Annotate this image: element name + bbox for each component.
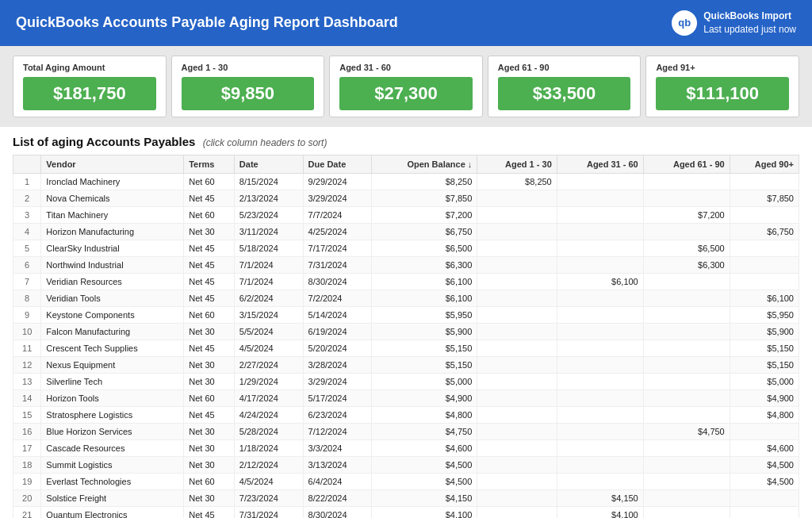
col-header-3[interactable]: Date <box>234 155 303 173</box>
cell-1: ClearSky Industrial <box>41 240 184 256</box>
cell-2: Net 45 <box>184 190 235 206</box>
cell-9: $7,850 <box>730 190 799 206</box>
cell-4: 7/12/2024 <box>303 423 372 439</box>
cell-9: $4,800 <box>730 406 799 423</box>
cell-0: 15 <box>13 406 41 423</box>
cell-9: $5,150 <box>730 340 799 356</box>
cell-6 <box>477 473 557 489</box>
cell-7: $4,100 <box>557 506 643 518</box>
cell-2: Net 45 <box>184 340 235 356</box>
cell-6: $8,250 <box>477 173 557 190</box>
cell-8 <box>643 273 730 290</box>
cell-2: Net 30 <box>184 456 235 473</box>
cell-4: 8/30/2024 <box>303 506 372 518</box>
cell-6 <box>477 340 557 356</box>
col-header-9[interactable]: Aged 90+ <box>730 155 799 173</box>
cell-3: 2/27/2024 <box>234 356 303 373</box>
col-header-6[interactable]: Aged 1 - 30 <box>477 155 557 173</box>
table-row: 15Stratosphere LogisticsNet 454/24/20246… <box>13 406 799 423</box>
cell-5: $6,300 <box>372 256 477 273</box>
table-row: 11Crescent Tech SuppliesNet 454/5/20245/… <box>13 340 799 356</box>
cell-8 <box>643 290 730 306</box>
list-title: List of aging Accounts Payables <box>13 135 195 148</box>
cell-0: 5 <box>13 240 41 256</box>
cell-2: Net 60 <box>184 206 235 223</box>
summary-label: Aged 91+ <box>656 63 789 72</box>
cell-6 <box>477 389 557 406</box>
cell-9: $4,600 <box>730 439 799 456</box>
table-row: 7Veridian ResourcesNet 457/1/20248/30/20… <box>13 273 799 290</box>
cell-6 <box>477 489 557 506</box>
summary-label: Aged 1 - 30 <box>182 63 315 72</box>
table-row: 8Veridian ToolsNet 456/2/20247/2/2024$6,… <box>13 290 799 306</box>
cell-8 <box>643 340 730 356</box>
cell-7 <box>557 223 643 240</box>
cell-2: Net 30 <box>184 439 235 456</box>
table-row: 13Silverline TechNet 301/29/20243/29/202… <box>13 373 799 389</box>
cell-0: 8 <box>13 290 41 306</box>
col-header-0[interactable] <box>13 155 41 173</box>
cell-9 <box>730 423 799 439</box>
cell-2: Net 30 <box>184 356 235 373</box>
col-header-8[interactable]: Aged 61 - 90 <box>643 155 730 173</box>
cell-7: $4,150 <box>557 489 643 506</box>
cell-0: 9 <box>13 306 41 323</box>
table-row: 19Everlast TechnologiesNet 604/5/20246/4… <box>13 473 799 489</box>
cell-5: $4,750 <box>372 423 477 439</box>
cell-6 <box>477 306 557 323</box>
cell-8 <box>643 506 730 518</box>
cell-1: Veridian Resources <box>41 273 184 290</box>
cell-5: $6,100 <box>372 290 477 306</box>
cell-1: Cascade Resources <box>41 439 184 456</box>
cell-4: 5/20/2024 <box>303 340 372 356</box>
cell-5: $6,750 <box>372 223 477 240</box>
cell-8 <box>643 223 730 240</box>
cell-5: $5,150 <box>372 340 477 356</box>
cell-5: $4,600 <box>372 439 477 456</box>
page-header: QuickBooks Accounts Payable Aging Report… <box>0 0 812 46</box>
cell-0: 4 <box>13 223 41 240</box>
cell-5: $4,100 <box>372 506 477 518</box>
cell-2: Net 45 <box>184 256 235 273</box>
col-header-1[interactable]: Vendor <box>41 155 184 173</box>
table-row: 18Summit LogisticsNet 302/12/20243/13/20… <box>13 456 799 473</box>
cell-4: 3/3/2024 <box>303 439 372 456</box>
table-row: 4Horizon ManufacturingNet 303/11/20244/2… <box>13 223 799 240</box>
cell-2: Net 60 <box>184 389 235 406</box>
cell-2: Net 45 <box>184 406 235 423</box>
last-updated: Last updated just now <box>703 23 796 36</box>
cell-8 <box>643 306 730 323</box>
cell-3: 7/1/2024 <box>234 273 303 290</box>
main-content: List of aging Accounts Payables (click c… <box>0 127 812 518</box>
cell-4: 8/30/2024 <box>303 273 372 290</box>
cell-6 <box>477 423 557 439</box>
cell-3: 7/23/2024 <box>234 489 303 506</box>
cell-0: 6 <box>13 256 41 273</box>
cell-0: 18 <box>13 456 41 473</box>
cell-2: Net 30 <box>184 223 235 240</box>
cell-8: $4,750 <box>643 423 730 439</box>
cell-5: $4,900 <box>372 389 477 406</box>
cell-5: $4,500 <box>372 473 477 489</box>
cell-2: Net 30 <box>184 373 235 389</box>
col-header-5[interactable]: Open Balance ↓ <box>372 155 477 173</box>
cell-1: Falcon Manufacturing <box>41 323 184 340</box>
cell-6 <box>477 373 557 389</box>
aging-table: VendorTermsDateDue DateOpen Balance ↓Age… <box>13 155 799 518</box>
cell-3: 5/18/2024 <box>234 240 303 256</box>
cell-4: 7/7/2024 <box>303 206 372 223</box>
col-header-7[interactable]: Aged 31 - 60 <box>557 155 643 173</box>
cell-4: 3/28/2024 <box>303 356 372 373</box>
cell-1: Blue Horizon Services <box>41 423 184 439</box>
cell-8 <box>643 173 730 190</box>
cell-3: 5/28/2024 <box>234 423 303 439</box>
cell-7 <box>557 290 643 306</box>
cell-8 <box>643 456 730 473</box>
cell-7: $6,100 <box>557 273 643 290</box>
col-header-2[interactable]: Terms <box>184 155 235 173</box>
col-header-4[interactable]: Due Date <box>303 155 372 173</box>
cell-5: $5,150 <box>372 356 477 373</box>
cell-3: 4/5/2024 <box>234 473 303 489</box>
table-row: 20Solstice FreightNet 307/23/20248/22/20… <box>13 489 799 506</box>
cell-5: $5,900 <box>372 323 477 340</box>
